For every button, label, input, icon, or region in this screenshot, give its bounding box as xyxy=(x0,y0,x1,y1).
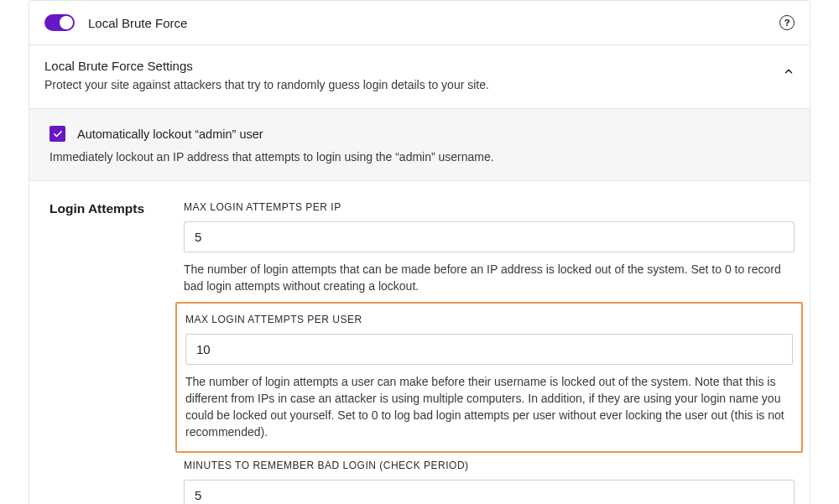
field-label: MAX LOGIN ATTEMPTS PER USER xyxy=(185,314,793,325)
brute-force-card: Local Brute Force ? Local Brute Force Se… xyxy=(29,0,810,504)
field-label: MINUTES TO REMEMBER BAD LOGIN (CHECK PER… xyxy=(184,460,795,471)
minutes-remember-input[interactable] xyxy=(184,480,795,504)
login-attempts-group-label: Login Attempts xyxy=(50,201,150,216)
feature-toggle-row: Local Brute Force ? xyxy=(29,1,810,45)
feature-toggle-label: Local Brute Force xyxy=(88,16,187,30)
field-help: The number of login attempts a user can … xyxy=(185,373,793,441)
admin-lockout-label: Automatically lockout “admin” user xyxy=(77,127,263,141)
field-minutes-remember: MINUTES TO REMEMBER BAD LOGIN (CHECK PER… xyxy=(184,460,795,504)
help-icon[interactable]: ? xyxy=(779,15,795,30)
feature-toggle-left: Local Brute Force xyxy=(44,14,187,31)
field-label: MAX LOGIN ATTEMPTS PER IP xyxy=(184,201,795,213)
admin-lockout-description: Immediately lockout an IP address that a… xyxy=(50,150,789,164)
field-max-attempts-user: MAX LOGIN ATTEMPTS PER USER The number o… xyxy=(175,302,803,453)
field-help: The number of login attempts that can be… xyxy=(184,261,795,295)
login-attempts-section: Login Attempts MAX LOGIN ATTEMPTS PER IP… xyxy=(29,181,810,504)
max-attempts-ip-input[interactable] xyxy=(184,221,795,252)
chevron-up-icon[interactable] xyxy=(783,65,795,80)
settings-header-row: Local Brute Force Settings Protect your … xyxy=(29,45,810,109)
login-attempts-fields: MAX LOGIN ATTEMPTS PER IP The number of … xyxy=(184,201,795,504)
settings-description: Protect your site against attackers that… xyxy=(44,78,489,91)
admin-lockout-checkbox[interactable] xyxy=(50,126,65,142)
admin-lockout-row: Automatically lockout “admin” user xyxy=(50,126,789,142)
max-attempts-user-input[interactable] xyxy=(185,334,793,365)
field-max-attempts-ip: MAX LOGIN ATTEMPTS PER IP The number of … xyxy=(184,201,795,295)
admin-lockout-box: Automatically lockout “admin” user Immed… xyxy=(29,109,810,181)
settings-title: Local Brute Force Settings xyxy=(44,59,489,73)
settings-header-text: Local Brute Force Settings Protect your … xyxy=(44,59,489,91)
feature-toggle[interactable] xyxy=(44,14,75,31)
login-attempts-group-label-wrap: Login Attempts xyxy=(50,201,150,504)
